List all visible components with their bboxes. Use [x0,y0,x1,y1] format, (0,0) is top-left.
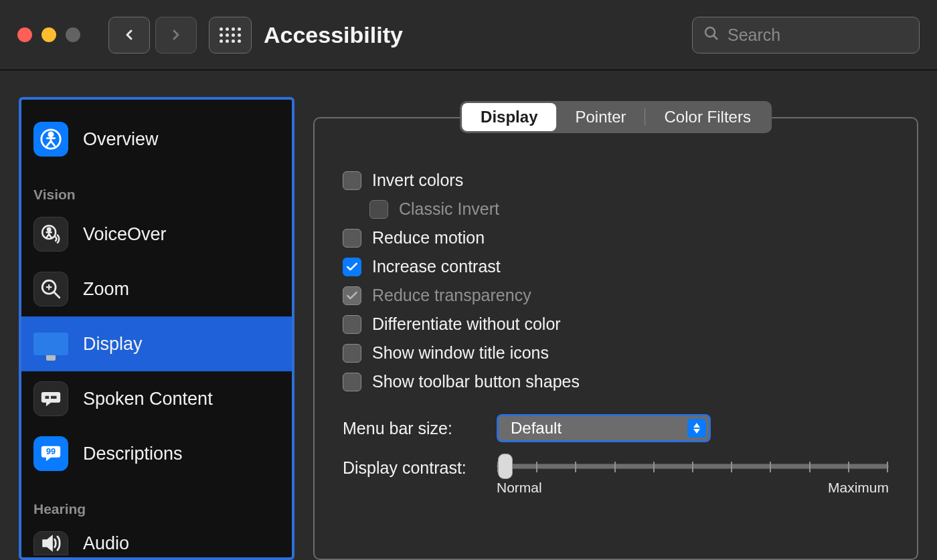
titlebar: Accessibility [0,0,937,70]
sidebar-item-display[interactable]: Display [21,316,292,371]
window-title: Accessibility [264,22,403,48]
sidebar-item-label: Display [83,334,143,355]
close-button[interactable] [17,27,32,42]
svg-rect-9 [51,396,57,399]
option-increase-contrast[interactable]: Increase contrast [343,257,889,276]
slider-min-label: Normal [497,480,542,496]
spoken-content-icon [33,381,68,416]
sidebar-item-audio[interactable]: Audio [21,521,292,555]
checkbox-label: Increase contrast [372,257,501,276]
option-classic-invert: Classic Invert [369,199,889,219]
tab-bar: Display Pointer Color Filters [460,101,772,133]
svg-rect-8 [46,396,50,399]
sidebar-item-zoom[interactable]: Zoom [21,262,292,316]
descriptions-icon: 99 [33,436,68,471]
slider-track[interactable] [497,464,889,469]
svg-line-7 [54,292,60,298]
display-icon [33,326,68,361]
sidebar-item-label: Audio [83,533,129,554]
svg-point-0 [705,27,715,37]
checkbox-label: Classic Invert [399,199,499,219]
checkbox-label: Invert colors [372,171,463,190]
checkbox-reduce-motion[interactable] [343,229,361,248]
option-invert-colors[interactable]: Invert colors [343,171,889,190]
svg-marker-11 [693,423,700,428]
display-contrast-label: Display contrast: [343,458,483,478]
overview-icon [33,122,68,157]
svg-line-1 [713,35,717,39]
traffic-lights [17,27,80,42]
voiceover-icon [33,217,68,252]
sidebar-section-vision: Vision [21,167,292,207]
svg-text:99: 99 [46,446,56,456]
sidebar-item-voiceover[interactable]: VoiceOver [21,207,292,262]
nav-buttons [108,17,197,54]
checkbox-increase-contrast[interactable] [343,258,361,276]
sidebar-item-label: VoiceOver [83,224,167,245]
show-all-button[interactable] [209,17,252,54]
settings-group: Display Pointer Color Filters Invert col… [313,117,918,560]
option-reduce-motion[interactable]: Reduce motion [343,228,889,248]
option-reduce-transparency: Reduce transparency [343,286,889,305]
slider-max-label: Maximum [828,480,889,496]
checkbox-classic-invert [369,200,388,219]
checkbox-label: Show toolbar button shapes [372,372,580,391]
search-input[interactable] [728,25,908,45]
sidebar-item-spoken-content[interactable]: Spoken Content [21,371,292,426]
content-area: Overview Vision VoiceOver Zoom Display [0,70,937,560]
menu-bar-size-label: Menu bar size: [343,419,483,438]
svg-marker-12 [693,429,700,434]
slider-range-labels: Normal Maximum [497,480,889,496]
display-contrast-row: Display contrast: Normal Maximum [343,458,889,496]
checkbox-show-window-title-icons[interactable] [343,344,361,363]
select-value: Default [511,419,562,438]
grid-icon [220,27,241,43]
tab-pointer[interactable]: Pointer [556,103,645,131]
svg-point-3 [49,132,53,136]
zoom-icon [33,272,68,306]
sidebar-item-label: Overview [83,129,159,150]
option-show-window-title-icons[interactable]: Show window title icons [343,343,889,363]
option-show-toolbar-button-shapes[interactable]: Show toolbar button shapes [343,372,889,391]
sidebar-item-label: Descriptions [83,444,183,464]
sidebar-item-label: Spoken Content [83,389,213,409]
option-differentiate-without-color[interactable]: Differentiate without color [343,314,889,334]
minimize-button[interactable] [41,27,56,42]
back-button[interactable] [108,17,150,54]
select-arrows-icon [687,419,706,438]
main-panel: Display Pointer Color Filters Invert col… [313,97,918,560]
display-contrast-slider[interactable]: Normal Maximum [497,458,889,496]
search-field[interactable] [692,17,920,54]
checkbox-label: Differentiate without color [372,314,561,334]
audio-icon [33,531,68,555]
checkbox-invert-colors[interactable] [343,171,361,190]
sidebar-section-hearing: Hearing [21,481,292,521]
checkbox-reduce-transparency [343,286,361,305]
menu-bar-size-select[interactable]: Default [497,414,711,442]
checkbox-label: Show window title icons [372,343,549,363]
checkbox-label: Reduce transparency [372,286,531,305]
sidebar: Overview Vision VoiceOver Zoom Display [19,97,294,560]
checkbox-label: Reduce motion [372,228,485,248]
tab-color-filters[interactable]: Color Filters [646,103,770,131]
sidebar-item-overview[interactable]: Overview [21,112,292,167]
slider-thumb[interactable] [498,454,513,479]
search-icon [703,25,719,44]
menu-bar-size-row: Menu bar size: Default [343,414,889,442]
sidebar-item-descriptions[interactable]: 99 Descriptions [21,426,292,481]
display-tab-content: Invert colors Classic Invert Reduce moti… [315,118,917,509]
sidebar-item-label: Zoom [83,279,129,300]
checkbox-show-toolbar-button-shapes[interactable] [343,373,361,391]
slider-ticks [497,464,888,468]
maximize-button [66,27,80,42]
forward-button[interactable] [155,17,197,54]
checkbox-differentiate-without-color[interactable] [343,315,361,334]
tab-display[interactable]: Display [462,103,556,131]
